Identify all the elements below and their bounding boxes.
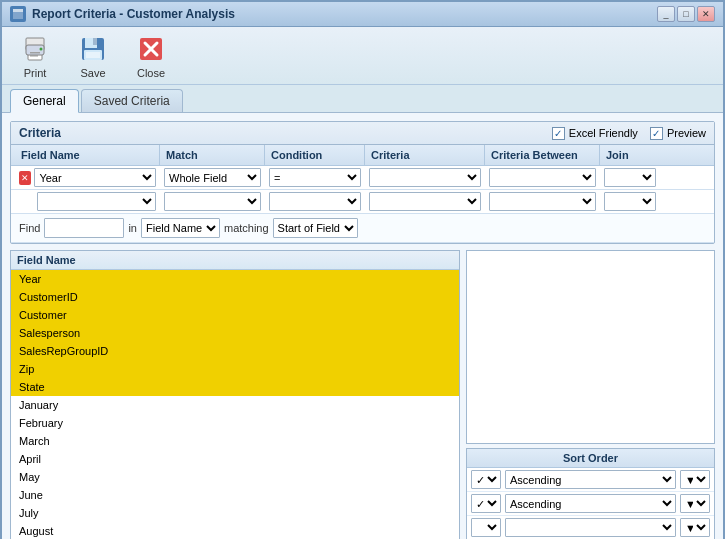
title-bar-left: Report Criteria - Customer Analysis [10, 6, 235, 22]
field-item-customerid[interactable]: CustomerID [11, 288, 459, 306]
criteria-between-select-2[interactable] [489, 192, 596, 211]
sort-checkbox-2[interactable]: ✓ [471, 494, 501, 513]
tabs-bar: General Saved Criteria [2, 85, 723, 113]
col-criteria-between: Criteria Between [485, 145, 600, 165]
lower-section: Field Name Year CustomerID Customer Sale… [10, 250, 715, 539]
field-item-zip[interactable]: Zip [11, 360, 459, 378]
field-item-august[interactable]: August [11, 522, 459, 539]
close-label: Close [137, 67, 165, 79]
criteria-value-cell [365, 166, 485, 189]
title-bar: Report Criteria - Customer Analysis _ □ … [2, 2, 723, 27]
in-label: in [128, 222, 137, 234]
save-button[interactable]: Save [68, 29, 118, 83]
sort-row-3: ▼ [467, 516, 714, 539]
criteria-table-header: Field Name Match Condition Criteria Crit… [11, 145, 714, 166]
criteria-section: Criteria Excel Friendly Preview Field Na… [10, 121, 715, 244]
criteria-between-select[interactable] [489, 168, 596, 187]
col-join: Join [600, 145, 660, 165]
tab-general[interactable]: General [10, 89, 79, 113]
col-criteria: Criteria [365, 145, 485, 165]
close-window-button[interactable]: ✕ [697, 6, 715, 22]
criteria-checkboxes: Excel Friendly Preview [552, 127, 706, 140]
field-name-select[interactable]: Year [34, 168, 156, 187]
criteria-header: Criteria Excel Friendly Preview [11, 122, 714, 145]
join-select[interactable] [604, 168, 656, 187]
save-label: Save [80, 67, 105, 79]
col-match: Match [160, 145, 265, 165]
matching-label: matching [224, 222, 269, 234]
svg-rect-10 [93, 38, 97, 45]
field-item-april[interactable]: April [11, 450, 459, 468]
field-name-select-2[interactable] [37, 192, 156, 211]
excel-friendly-checkbox[interactable] [552, 127, 565, 140]
join-cell [600, 166, 660, 189]
field-list-panel: Field Name Year CustomerID Customer Sale… [10, 250, 460, 539]
field-list-scroll[interactable]: Year CustomerID Customer Salesperson Sal… [11, 270, 459, 539]
field-item-salesperson[interactable]: Salesperson [11, 324, 459, 342]
sort-header: Sort Order [467, 449, 714, 468]
sort-value-2[interactable]: Ascending Descending [505, 494, 676, 513]
find-field-select[interactable]: Field Name [141, 218, 220, 238]
field-item-salesrepgroupid[interactable]: SalesRepGroupID [11, 342, 459, 360]
criteria-value-select[interactable] [369, 168, 481, 187]
find-match-select[interactable]: Start of Field [273, 218, 358, 238]
preview-label[interactable]: Preview [650, 127, 706, 140]
save-icon [77, 33, 109, 65]
title-buttons: _ □ ✕ [657, 6, 715, 22]
find-label: Find [19, 222, 40, 234]
field-item-july[interactable]: July [11, 504, 459, 522]
field-item-february[interactable]: February [11, 414, 459, 432]
match-select-2[interactable] [164, 192, 261, 211]
field-item-may[interactable]: May [11, 468, 459, 486]
sort-dir-1[interactable]: ▼ [680, 470, 710, 489]
field-item-january[interactable]: January [11, 396, 459, 414]
criteria-title: Criteria [19, 126, 61, 140]
match-select[interactable]: Whole Field [164, 168, 261, 187]
sort-row-2: ✓ Ascending Descending ▼ [467, 492, 714, 516]
join-cell-2 [600, 190, 660, 213]
criteria-between-cell-2 [485, 190, 600, 213]
field-item-state[interactable]: State [11, 378, 459, 396]
print-icon [19, 33, 51, 65]
find-input[interactable] [44, 218, 124, 238]
remove-row-button[interactable]: ✕ [19, 171, 31, 185]
main-window: Report Criteria - Customer Analysis _ □ … [0, 0, 725, 539]
sort-value-1[interactable]: Ascending Descending [505, 470, 676, 489]
condition-cell-2 [265, 190, 365, 213]
svg-rect-1 [13, 9, 23, 12]
close-icon [135, 33, 167, 65]
content-area: Criteria Excel Friendly Preview Field Na… [2, 113, 723, 539]
excel-friendly-label[interactable]: Excel Friendly [552, 127, 638, 140]
empty-right-top [466, 250, 715, 444]
col-field-name: Field Name [15, 145, 160, 165]
svg-point-5 [40, 47, 43, 50]
print-button[interactable]: Print [10, 29, 60, 83]
sort-value-3[interactable] [505, 518, 676, 537]
window-icon [10, 6, 26, 22]
condition-select-2[interactable] [269, 192, 361, 211]
maximize-button[interactable]: □ [677, 6, 695, 22]
sort-title: Sort Order [507, 449, 674, 467]
print-label: Print [24, 67, 47, 79]
sort-row-1: ✓ Ascending Descending ▼ [467, 468, 714, 492]
condition-cell: = [265, 166, 365, 189]
field-item-june[interactable]: June [11, 486, 459, 504]
join-select-2[interactable] [604, 192, 656, 211]
sort-section: Sort Order ✓ Ascending Descending ▼ [466, 448, 715, 539]
sort-checkbox-1[interactable]: ✓ [471, 470, 501, 489]
toolbar: Print Save Close [2, 27, 723, 85]
svg-rect-12 [86, 52, 100, 58]
sort-checkbox-3[interactable] [471, 518, 501, 537]
close-button[interactable]: Close [126, 29, 176, 83]
tab-saved-criteria[interactable]: Saved Criteria [81, 89, 183, 112]
minimize-button[interactable]: _ [657, 6, 675, 22]
criteria-value-select-2[interactable] [369, 192, 481, 211]
sort-dir-2[interactable]: ▼ [680, 494, 710, 513]
condition-select[interactable]: = [269, 168, 361, 187]
criteria-between-cell [485, 166, 600, 189]
field-item-march[interactable]: March [11, 432, 459, 450]
sort-dir-3[interactable]: ▼ [680, 518, 710, 537]
preview-checkbox[interactable] [650, 127, 663, 140]
field-item-year[interactable]: Year [11, 270, 459, 288]
field-item-customer[interactable]: Customer [11, 306, 459, 324]
